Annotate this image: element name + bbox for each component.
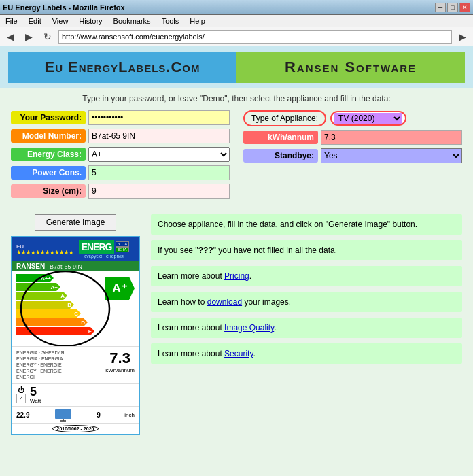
label-brand: RANSEN B7at-65 9IN xyxy=(12,261,139,271)
energy-select[interactable]: A+ A++ A B xyxy=(88,147,230,162)
pricing-link[interactable]: Pricing xyxy=(224,271,249,281)
size-input[interactable] xyxy=(88,184,230,199)
model-name: B7at-65 9IN xyxy=(50,263,82,270)
kwh-input[interactable] xyxy=(321,130,462,145)
form-left: Your Password: Model Number: Energy Clas… xyxy=(11,110,230,202)
download-link[interactable]: download xyxy=(207,297,242,307)
menu-help[interactable]: Help xyxy=(187,17,208,25)
form-instruction: Type in your password, or leave "Demo", … xyxy=(11,94,462,103)
bar-e-fill: E xyxy=(16,327,94,335)
power-display: ⏻ ✓ xyxy=(16,386,26,403)
form-right: Type of Appliance: TV (2020) Fridge Wash… xyxy=(243,110,462,202)
site-title-left: Eu EnergyLabels.Com xyxy=(8,52,236,83)
bar-b: B xyxy=(16,301,105,309)
minimize-button[interactable]: ─ xyxy=(435,3,446,12)
standby-label: Standbye: xyxy=(243,149,318,163)
go-button[interactable]: ▶ xyxy=(455,31,470,42)
kwh-value: 7.3 xyxy=(105,350,135,367)
maximize-button[interactable]: □ xyxy=(447,3,458,12)
title-text: EU Energy Labels - Mozilla Firefox xyxy=(3,3,125,12)
model-input[interactable] xyxy=(88,129,230,143)
energy-text-row: ENERG Y UA IE IA xyxy=(79,240,130,254)
bar-a: A xyxy=(16,292,105,300)
kwh-unit: kWh/annum xyxy=(105,367,135,373)
appliance-row: Type of Appliance: TV (2020) Fridge Wash… xyxy=(243,110,462,126)
appliance-select-wrap: TV (2020) Fridge Washer xyxy=(330,111,406,126)
label-header: EU ★★★★★★★★★★★★ ENERG Y UA IE IA ενέρ xyxy=(12,237,139,261)
bar-aplus2: A++ xyxy=(16,274,105,282)
bar-c-fill: C xyxy=(16,309,81,318)
inches-value: 9 xyxy=(97,411,101,419)
menu-tools[interactable]: Tools xyxy=(159,17,182,25)
forward-button[interactable]: ▶ xyxy=(21,31,37,42)
back-button[interactable]: ◀ xyxy=(3,31,18,42)
reload-button[interactable]: ↻ xyxy=(39,31,56,42)
menu-file[interactable]: File xyxy=(3,17,20,25)
password-label: Your Password: xyxy=(11,111,86,124)
eu-logo-text: EU ★★★★★★★★★★★★ xyxy=(16,243,73,256)
close-button[interactable]: ✕ xyxy=(459,3,470,12)
menu-bookmarks[interactable]: Bookmarks xyxy=(111,17,154,25)
label-preview-area: Generate Image EU ★★★★★★★★★★★★ ENERG xyxy=(11,214,140,435)
info-panel-6: Learn more about Security. xyxy=(151,343,462,364)
password-row: Your Password: xyxy=(11,110,230,125)
menu-edit[interactable]: Edit xyxy=(26,17,44,25)
power-label: Power Cons. xyxy=(11,166,86,180)
site-header: Eu EnergyLabels.Com Ransen Software xyxy=(0,46,473,88)
bar-c: C xyxy=(16,309,105,318)
bar-aplus2-fill: A++ xyxy=(16,274,54,282)
model-label: Model Number: xyxy=(11,129,86,143)
directive-text: 2010/1062 - 2020 xyxy=(52,425,99,432)
checkbox-icon: ✓ xyxy=(16,394,26,403)
power-input[interactable] xyxy=(88,165,230,180)
info-panel-2: If you see "???" you have not filled in … xyxy=(151,240,462,260)
menu-bar: File Edit View History Bookmarks Tools H… xyxy=(0,15,473,27)
info-panels: Choose appliance, fill in the data, and … xyxy=(151,214,462,435)
energy-subtext: ενέργεια · енергия xyxy=(84,254,124,258)
power-row: ⏻ ✓ 5 Watt xyxy=(12,383,139,406)
image-quality-link[interactable]: Image Quality xyxy=(224,323,274,333)
power-value-group: 5 Watt xyxy=(30,386,41,404)
model-row: Model Number: xyxy=(11,129,230,143)
bar-b-fill: B xyxy=(16,301,74,309)
kwh-label: kWh/annum xyxy=(243,131,318,144)
flag-ie: IE IA xyxy=(116,247,129,252)
tv-svg xyxy=(54,408,73,422)
size-label: Size (cm): xyxy=(11,184,86,198)
inches-unit: inch xyxy=(124,412,135,418)
menu-history[interactable]: History xyxy=(76,17,105,25)
power-unit: Watt xyxy=(30,398,41,404)
power-row: Power Cons. xyxy=(11,165,230,180)
energy-row: Energy Class: A+ A++ A B xyxy=(11,147,230,162)
info-panel-1: Choose appliance, fill in the data, and … xyxy=(151,214,462,235)
password-input[interactable] xyxy=(88,110,230,125)
appliance-select[interactable]: TV (2020) Fridge Washer xyxy=(334,113,402,124)
eu-logo: EU ★★★★★★★★★★★★ xyxy=(16,243,73,256)
label-bottom: ENERGIA · ЭНЕРГИЯENERGIA · ENERGIAENERGY… xyxy=(12,346,139,383)
standby-select[interactable]: Yes No xyxy=(321,148,462,163)
bar-d-fill: D xyxy=(16,318,88,326)
tv-icon xyxy=(54,408,73,422)
address-bar[interactable] xyxy=(58,30,452,44)
rating-badge: A⁺ xyxy=(105,277,135,300)
label-directive: 2010/1062 - 2020 xyxy=(12,423,139,434)
energy-label: Energy Class: xyxy=(11,148,86,161)
size-row: Size (cm): xyxy=(11,184,230,199)
menu-view[interactable]: View xyxy=(50,17,71,25)
bar-aplus: A+ xyxy=(16,283,105,291)
label-bars: A++ A+ A B C D xyxy=(12,271,139,346)
bar-e: E xyxy=(16,327,105,335)
power-icon: ⏻ xyxy=(18,386,24,394)
bar-a-fill: A xyxy=(16,292,67,300)
power-value: 5 xyxy=(30,386,41,398)
size-row: 22.9 9 inch xyxy=(12,406,139,423)
kwh-display: 7.3 kWh/annum xyxy=(105,350,135,373)
kwh-row: kWh/annum xyxy=(243,130,462,145)
site-title-right: Ransen Software xyxy=(236,52,465,83)
form-area: Type in your password, or leave "Demo", … xyxy=(0,88,473,207)
flag-group: Y UA IE IA xyxy=(116,241,129,252)
security-link[interactable]: Security xyxy=(224,349,253,358)
bar-aplus-fill: A+ xyxy=(16,283,60,291)
generate-button[interactable]: Generate Image xyxy=(35,214,117,231)
size-value: 22.9 xyxy=(16,411,29,419)
